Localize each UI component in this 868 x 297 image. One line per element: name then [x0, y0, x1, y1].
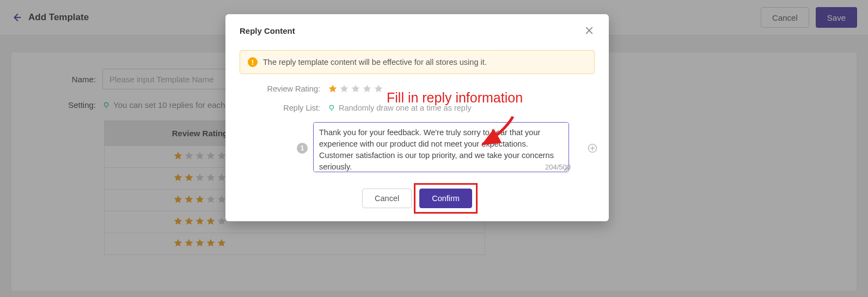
alert-banner: ! The reply template content will be eff…	[240, 50, 595, 74]
close-icon[interactable]	[584, 25, 595, 36]
reply-content-modal: Reply Content ! The reply template conte…	[225, 14, 609, 221]
modal-confirm-button[interactable]: Confirm	[419, 189, 472, 208]
annotation-arrow-icon	[474, 113, 523, 154]
rating-label: Review Rating:	[240, 84, 320, 93]
alert-text: The reply template content will be effec…	[263, 58, 487, 66]
modal-cancel-button[interactable]: Cancel	[362, 189, 412, 208]
rating-stars	[328, 84, 383, 94]
alert-icon: !	[248, 57, 258, 67]
reply-list-label: Reply List:	[240, 104, 320, 112]
svg-point-1	[330, 105, 334, 109]
add-reply-button[interactable]	[587, 143, 598, 154]
reply-textarea[interactable]	[313, 122, 569, 172]
bulb-icon	[328, 104, 335, 112]
annotation-text: Fill in reply information	[387, 90, 523, 106]
modal-title: Reply Content	[240, 26, 295, 35]
reply-index-badge: 1	[297, 143, 308, 154]
